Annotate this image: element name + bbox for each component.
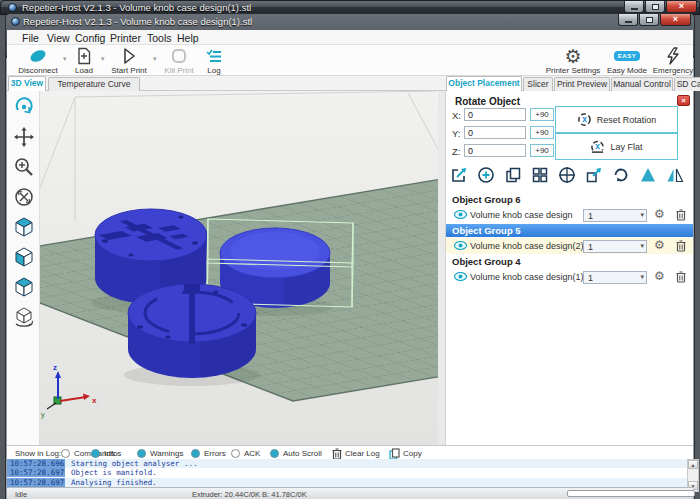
visibility-eye-icon[interactable]	[454, 241, 467, 250]
show-in-log-label: Show in Log:	[15, 449, 61, 458]
tab-object-placement[interactable]: Object Placement	[446, 76, 522, 91]
lay-flat-button[interactable]: x Lay Flat	[555, 133, 678, 160]
start-print-dropdown-arrow[interactable]: ▾	[153, 55, 157, 63]
easy-mode-button[interactable]: EASY Easy Mode	[605, 46, 649, 75]
autoposition-icon[interactable]	[531, 166, 549, 184]
log-button[interactable]: Log	[201, 46, 227, 75]
close-panel-button[interactable]: ×	[677, 95, 690, 106]
fit-view-icon[interactable]	[12, 185, 36, 209]
rotate-y-plus90-button[interactable]: +90	[530, 126, 554, 139]
menu-config[interactable]: Config	[75, 32, 105, 44]
rotate-view-icon[interactable]	[12, 95, 36, 119]
rotate-z-label: Z:	[452, 146, 460, 157]
menu-file[interactable]: File	[22, 32, 39, 44]
printer-settings-button[interactable]: ⚙ Printer Settings	[543, 46, 603, 75]
delete-object-trash-icon[interactable]	[676, 209, 686, 221]
reset-rotation-button[interactable]: x Reset Rotation	[555, 106, 678, 133]
add-object-icon[interactable]	[477, 166, 495, 184]
app-icon	[11, 17, 20, 26]
rotate-z-plus90-button[interactable]: +90	[530, 144, 554, 157]
viewport-3d[interactable]: x z y	[40, 91, 438, 445]
scroll-up-icon[interactable]: ▲	[688, 460, 698, 469]
copy-log-label[interactable]: Copy	[403, 449, 422, 458]
group-6-title[interactable]: Object Group 6	[452, 194, 521, 205]
export-object-icon[interactable]	[450, 166, 468, 184]
disconnect-button[interactable]: Disconnect	[15, 46, 61, 75]
rotate-x-plus90-button[interactable]: +90	[530, 108, 554, 121]
minimize-button[interactable]	[618, 14, 638, 26]
iso-view-cube-icon[interactable]	[12, 215, 36, 239]
front-view-cube-icon[interactable]	[12, 245, 36, 269]
move-view-icon[interactable]	[12, 125, 36, 149]
maximize-button[interactable]	[639, 14, 659, 26]
filter-ack-toggle[interactable]	[231, 449, 240, 458]
group-4-title[interactable]: Object Group 4	[452, 256, 521, 267]
filter-commands-toggle[interactable]	[61, 449, 70, 458]
copies-count-select[interactable]: 1 ▾	[583, 209, 647, 222]
object-volume-knob-case-1[interactable]	[128, 284, 256, 378]
status-temperatures: Extruder: 20.44C/0K B: 41.78C/0K	[192, 490, 307, 499]
group-4-item-row[interactable]: Volume knob case design(1) 1 ▾ ⚙	[446, 269, 693, 285]
copies-count-select[interactable]: 1 ▾	[583, 271, 647, 284]
minimize-button[interactable]	[624, 1, 644, 13]
object-settings-gear-icon[interactable]: ⚙	[654, 238, 665, 253]
rotate-object-icon[interactable]	[612, 166, 630, 184]
stop-icon	[159, 46, 199, 66]
menu-bar: File View Config Printer Tools Help	[7, 30, 693, 45]
clear-log-label[interactable]: Clear Log	[345, 449, 380, 458]
rotate-y-input[interactable]	[464, 126, 526, 139]
maximize-button[interactable]	[645, 1, 665, 13]
copy-object-icon[interactable]	[504, 166, 522, 184]
log-entry: 10:57:28.697Analysing finished.	[7, 478, 687, 487]
filter-errors-toggle[interactable]	[191, 449, 200, 458]
close-button[interactable]: ×	[660, 14, 691, 26]
panel-splitter[interactable]	[438, 91, 446, 445]
tab-3d-view[interactable]: 3D View	[8, 76, 46, 91]
rotate-x-input[interactable]	[464, 108, 526, 121]
object-settings-gear-icon[interactable]: ⚙	[654, 269, 665, 284]
group-5-item-row[interactable]: Volume knob case design(2) 1 ▾ ⚙	[446, 238, 693, 254]
object-settings-gear-icon[interactable]: ⚙	[654, 207, 665, 222]
reset-rotation-icon: x	[577, 112, 592, 127]
tab-manual-control[interactable]: Manual Control	[611, 77, 673, 91]
load-dropdown-arrow[interactable]: ▾	[101, 55, 105, 63]
filter-infos-label[interactable]: Infos	[104, 449, 121, 458]
filter-errors-label[interactable]: Errors	[204, 449, 226, 458]
tab-print-preview[interactable]: Print Preview	[554, 77, 610, 91]
rotate-object-title: Rotate Object	[455, 96, 520, 107]
delete-object-trash-icon[interactable]	[676, 240, 686, 252]
filter-autoscroll-toggle[interactable]	[270, 449, 279, 458]
filter-warnings-label[interactable]: Warnings	[150, 449, 184, 458]
flip-object-icon[interactable]	[666, 166, 684, 184]
filter-infos-toggle[interactable]	[91, 449, 100, 458]
top-view-cube-icon[interactable]	[12, 275, 36, 299]
zoom-view-icon[interactable]	[12, 155, 36, 179]
group-6-item-row[interactable]: Volume knob case design 1 ▾ ⚙	[446, 207, 693, 223]
rotate-z-input[interactable]	[464, 144, 526, 157]
load-button[interactable]: Load	[69, 46, 99, 75]
disconnect-dropdown-arrow[interactable]: ▾	[63, 55, 67, 63]
copies-count-select[interactable]: 1 ▾	[583, 240, 647, 253]
filter-ack-label[interactable]: ACK	[244, 449, 260, 458]
scale-object-icon[interactable]	[585, 166, 603, 184]
filter-autoscroll-label[interactable]: Auto Scroll	[283, 449, 322, 458]
center-object-icon[interactable]	[558, 166, 576, 184]
group-5-title-selected[interactable]: Object Group 5	[446, 224, 693, 237]
mirror-object-icon[interactable]	[639, 166, 657, 184]
tab-sd-card[interactable]: SD Card	[674, 77, 700, 91]
tab-temperature-curve[interactable]: Temperature Curve	[48, 77, 140, 91]
visibility-eye-icon[interactable]	[454, 272, 467, 281]
start-print-button[interactable]: Start Print	[107, 46, 151, 75]
tab-slicer[interactable]: Slicer	[523, 77, 553, 91]
rotate-cube-icon[interactable]	[12, 305, 36, 329]
filter-warnings-toggle[interactable]	[137, 449, 146, 458]
window-title: Repetier-Host V2.1.3 - Volume knob case …	[22, 2, 251, 13]
visibility-eye-icon[interactable]	[454, 210, 467, 219]
menu-help[interactable]: Help	[177, 32, 199, 44]
menu-view[interactable]: View	[47, 32, 70, 44]
menu-tools[interactable]: Tools	[147, 32, 172, 44]
delete-object-trash-icon[interactable]	[676, 271, 686, 283]
menu-printer[interactable]: Printer	[110, 32, 141, 44]
close-button[interactable]: ×	[666, 1, 697, 13]
log-output[interactable]: 10:57:28.696Starting object analyser ...…	[7, 459, 687, 487]
